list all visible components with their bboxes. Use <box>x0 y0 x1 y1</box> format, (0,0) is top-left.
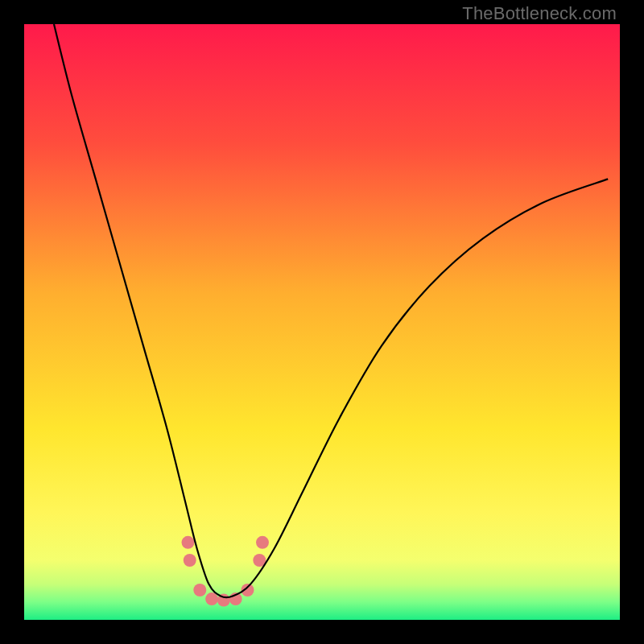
attribution-label: TheBottleneck.com <box>462 3 617 24</box>
marker-dot <box>193 584 206 597</box>
plot-area <box>24 24 620 620</box>
curve-layer <box>24 24 620 620</box>
marker-dot <box>256 536 269 549</box>
marker-dots <box>182 536 270 607</box>
marker-dot <box>182 536 195 549</box>
marker-dot <box>184 554 196 567</box>
chart-frame: TheBottleneck.com <box>0 0 644 644</box>
bottleneck-curve <box>54 24 608 597</box>
